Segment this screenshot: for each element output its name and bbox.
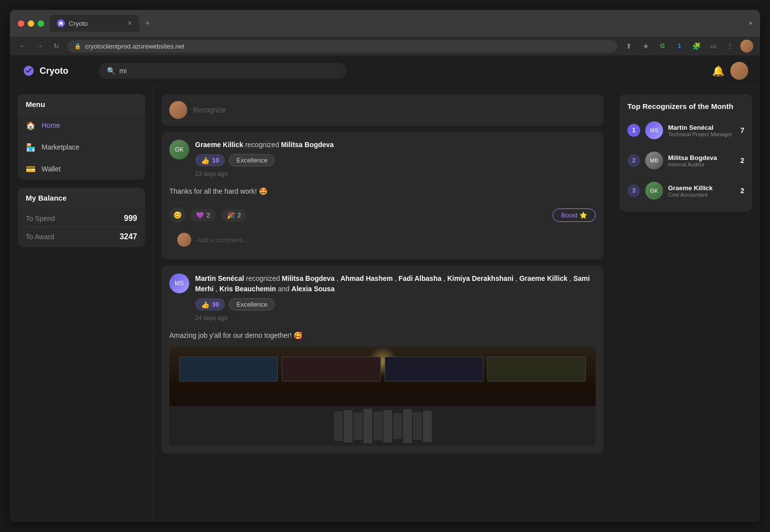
rank-1-badge: 1 — [627, 124, 640, 137]
post-2-tags: 👍 30 Excellence — [195, 298, 596, 311]
people-in-photo — [169, 406, 596, 446]
post-1-reaction-party[interactable]: 🎉 2 — [221, 209, 247, 221]
recognizer-1-avatar: MS — [645, 121, 663, 139]
person-4 — [363, 409, 372, 443]
extension-grammarly[interactable]: G — [656, 40, 669, 53]
add-reaction-button[interactable]: 😊 — [169, 207, 185, 223]
recognizer-row-1: 1 MS Martin Senécal Technical Project Ma… — [627, 117, 744, 143]
post-1-avatar: GK — [169, 140, 189, 160]
new-tab-button[interactable]: + — [141, 18, 154, 29]
to-award-label: To Award — [26, 233, 54, 241]
heart-count: 2 — [206, 212, 210, 219]
post-1-header: GK Graeme Killick recognized Militsa Bog… — [169, 140, 596, 181]
notification-bell[interactable]: 🔔 — [712, 65, 724, 77]
sidebar-button[interactable]: ▭ — [707, 40, 719, 53]
search-value: mi — [119, 67, 127, 75]
recognizer-2-name: Militsa Bogdeva — [668, 154, 735, 161]
post-1-points-tag: 👍 10 — [195, 154, 225, 166]
person-3 — [354, 413, 362, 440]
recognizer-1-name: Martin Senécal — [668, 124, 735, 131]
app-logo[interactable]: Cryoto — [22, 64, 91, 78]
tab-close-button[interactable]: ✕ — [127, 20, 132, 27]
frame-1 — [179, 357, 278, 381]
maximize-button[interactable] — [38, 20, 44, 27]
lock-icon: 🔒 — [74, 43, 81, 50]
post-card-1: GK Graeme Killick recognized Militsa Bog… — [161, 132, 604, 260]
app-container: Cryoto 🔍 mi 🔔 Menu 🏠 Home — [10, 56, 760, 522]
post-2-image — [169, 347, 596, 446]
sidebar-item-marketplace[interactable]: 🏪 Marketplace — [18, 136, 145, 158]
party-emoji: 🎉 — [227, 212, 235, 219]
user-avatar[interactable] — [730, 62, 748, 80]
more-button[interactable]: ⋮ — [723, 40, 736, 53]
back-button[interactable]: ← — [17, 40, 29, 52]
comment-placeholder: Add a comment... — [197, 236, 248, 244]
search-bar[interactable]: 🔍 mi — [99, 63, 347, 79]
logo-icon — [22, 64, 36, 78]
to-spend-row: To Spend 999 — [26, 214, 137, 227]
rank-3-number: 3 — [632, 187, 636, 194]
menu-section: Menu 🏠 Home 🏪 Marketplace 💳 Wallet — [18, 94, 145, 180]
search-icon: 🔍 — [107, 67, 115, 75]
recognizer-3-count: 2 — [740, 187, 744, 195]
browser-toolbar: ← → ↻ 🔒 cryotoclientprod.azurewebsites.n… — [10, 37, 760, 56]
post-1-action: recognized — [245, 141, 281, 149]
browser-titlebar: Cryoto ✕ + ▾ — [10, 10, 760, 37]
boost-button[interactable]: Boost ⭐ — [553, 209, 596, 222]
address-bar[interactable]: 🔒 cryotoclientprod.azurewebsites.net — [67, 40, 617, 53]
frame-4 — [487, 357, 586, 381]
extension-puzzle[interactable]: 🧩 — [690, 40, 703, 53]
post-1-recognized: Militsa Bogdeva — [281, 141, 334, 149]
home-icon: 🏠 — [26, 120, 36, 130]
app-header: Cryoto 🔍 mi 🔔 — [10, 56, 760, 86]
recognize-input-card[interactable]: Recognize — [161, 94, 604, 126]
close-button[interactable] — [18, 20, 24, 27]
active-tab[interactable]: Cryoto ✕ — [50, 15, 139, 32]
post-1-category-tag: Excellence — [229, 154, 275, 166]
current-user-avatar — [169, 101, 187, 119]
post-2-body: Amazing job y'all for our demo together!… — [169, 330, 596, 341]
rank-2-number: 2 — [632, 157, 636, 164]
post-2-names: Martin Senécal recognized Militsa Bogdev… — [195, 273, 596, 294]
share-button[interactable]: ⬆ — [622, 40, 635, 53]
recognizer-2-info: Militsa Bogdeva Internal Auditor — [668, 154, 735, 167]
sidebar-item-home[interactable]: 🏠 Home — [18, 114, 145, 136]
extension-1password[interactable]: 1 — [673, 40, 686, 53]
post-2-avatar: MS — [169, 273, 189, 293]
tab-dropdown-button[interactable]: ▾ — [749, 20, 752, 27]
recognizer-1-info: Martin Senécal Technical Project Manager — [668, 124, 735, 137]
recognizer-3-role: Cost Accountant — [668, 192, 735, 198]
traffic-lights — [18, 20, 44, 27]
post-1-reaction-heart[interactable]: 💜 2 — [190, 209, 216, 221]
bookmark-button[interactable]: ★ — [639, 40, 652, 53]
rank-1-number: 1 — [632, 127, 636, 134]
menu-title: Menu — [18, 94, 145, 114]
post-1-meta: Graeme Killick recognized Militsa Bogdev… — [195, 140, 596, 181]
user-profile-button[interactable] — [740, 40, 753, 53]
person-9 — [413, 412, 422, 440]
recognizer-2-role: Internal Auditor — [668, 161, 735, 167]
person-6 — [383, 410, 392, 442]
recognizer-3-info: Graeme Killick Cost Accountant — [668, 184, 735, 198]
to-spend-value: 999 — [124, 214, 137, 223]
post-2-category-tag: Excellence — [229, 298, 275, 311]
sidebar-item-home-label: Home — [42, 121, 60, 129]
person-1 — [334, 411, 343, 441]
forward-button[interactable]: → — [34, 40, 46, 52]
post-2-action: recognized — [246, 274, 282, 282]
tab-favicon — [57, 19, 65, 27]
post-2-recognized7: Kris Beauchemin — [219, 285, 276, 293]
post-image-inner — [169, 347, 596, 446]
person-5 — [373, 412, 382, 440]
sidebar-item-wallet[interactable]: 💳 Wallet — [18, 158, 145, 180]
person-10 — [423, 411, 432, 442]
tab-title: Cryoto — [69, 20, 88, 27]
comment-input-row[interactable]: Add a comment... — [169, 228, 596, 252]
balance-details: To Spend 999 To Award 3247 — [18, 208, 145, 247]
post-2-recognizer: Martin Senécal — [195, 274, 244, 282]
right-sidebar: Top Recognizers of the Month 1 MS Martin… — [612, 86, 760, 522]
thumbs-up-icon: 👍 — [201, 157, 209, 164]
main-feed: Recognize GK Graeme Killick recognized M… — [154, 86, 612, 522]
minimize-button[interactable] — [28, 20, 34, 27]
refresh-button[interactable]: ↻ — [51, 40, 62, 52]
